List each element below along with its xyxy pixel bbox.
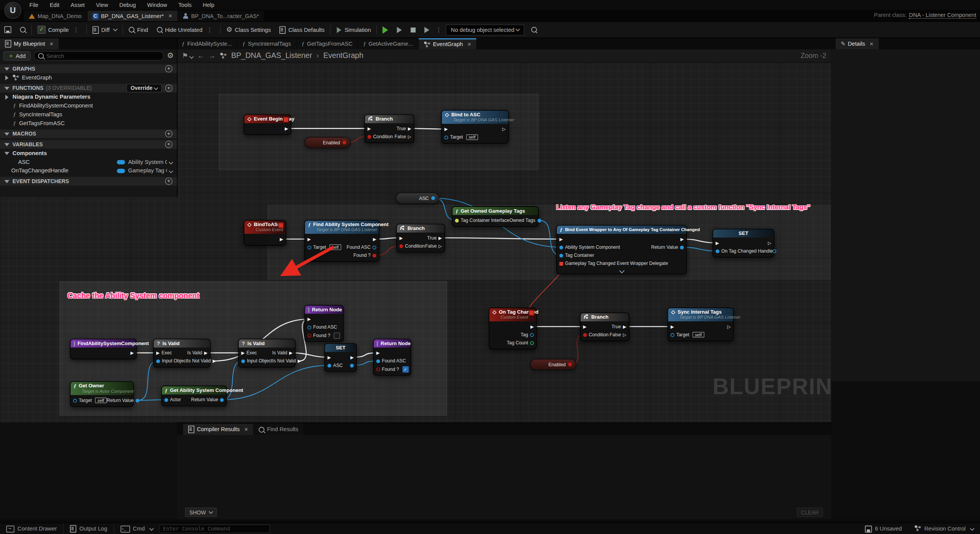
pin-ASC[interactable] xyxy=(327,364,331,367)
override-dropdown[interactable]: Override xyxy=(126,84,162,93)
pin-Found ASC[interactable] xyxy=(307,325,311,329)
pin-in[interactable]: ▶ xyxy=(376,350,380,355)
menu-help[interactable]: Help xyxy=(197,0,220,10)
add-icon[interactable]: ＋ xyxy=(165,65,173,73)
sidebar-item-variable[interactable]: OnTagChangedHandleGameplay Tag Changed xyxy=(0,166,177,175)
pin-Return Value[interactable] xyxy=(680,245,684,249)
pin-out[interactable]: ▶ xyxy=(131,350,134,355)
pin-in[interactable]: ▶ xyxy=(307,237,311,241)
pin-Is Not Valid[interactable]: ▶ xyxy=(297,359,301,363)
pin-Tag Container Interface[interactable] xyxy=(455,218,459,222)
pin-Input Object[interactable] xyxy=(241,359,245,363)
checkbox[interactable] xyxy=(334,332,340,338)
node-findAsc[interactable]: ƒFind Ability System ComponentTarget is … xyxy=(304,220,379,262)
sidebar-group-components[interactable]: Components xyxy=(0,149,177,158)
frame-skip-button[interactable] xyxy=(420,22,434,38)
pin-Tag Count[interactable] xyxy=(530,341,534,345)
close-icon[interactable]: ✕ xyxy=(869,41,874,47)
graph-tab-syncinternaltags[interactable]: ƒSyncInternalTags xyxy=(238,38,296,49)
pin-False[interactable]: ▷ xyxy=(623,332,626,337)
unsaved-button[interactable]: 6 Unsaved xyxy=(859,523,908,534)
pin-Exec[interactable]: ▶ xyxy=(156,350,160,355)
delegate-pin[interactable] xyxy=(278,223,284,228)
pin-Target[interactable] xyxy=(307,245,311,249)
add-button[interactable]: ＋Add xyxy=(3,51,31,61)
node-syncTags[interactable]: ◇Sync Internal TagsTarget is BP DNA GAS … xyxy=(668,308,734,341)
add-icon[interactable]: ＋ xyxy=(165,177,173,185)
pin-On Tag Changed Handle[interactable] xyxy=(716,249,719,253)
graph-tab-getactivegame[interactable]: ƒGetActiveGame... xyxy=(358,38,418,49)
node-enabled1[interactable]: Enabled xyxy=(304,137,350,148)
pin-in[interactable]: ▶ xyxy=(367,126,371,131)
pin-in[interactable]: ▶ xyxy=(327,355,331,359)
more-options-icon[interactable]: ⋮ xyxy=(205,26,214,33)
node-setHandle[interactable]: SET▶▷On Tag Changed Handle xyxy=(712,229,774,258)
pin-Tag[interactable] xyxy=(530,333,534,337)
close-icon[interactable]: ✕ xyxy=(244,427,248,432)
more-options-icon[interactable]: ⋮ xyxy=(71,26,81,33)
menu-view[interactable]: View xyxy=(90,0,114,10)
pin-out[interactable]: ▶ xyxy=(680,237,684,241)
find-button[interactable]: Find xyxy=(125,22,152,38)
pin-vout[interactable] xyxy=(350,364,354,367)
tab-details[interactable]: ✎ Details ✕ xyxy=(836,38,879,49)
pin-Tag Container[interactable] xyxy=(559,253,563,257)
node-bindToAsc[interactable]: ◇Bind to ASCTarget is BP DNA GAS Listene… xyxy=(441,110,509,144)
node-ebp[interactable]: ◇Event Begin Play▶ xyxy=(244,114,291,135)
save-button[interactable] xyxy=(0,22,16,38)
node-branch1[interactable]: Branch▶True▶ConditionFalse▷ xyxy=(364,114,414,143)
compile-button[interactable]: ✓Compile⋮ xyxy=(33,22,85,38)
pin-Actor[interactable] xyxy=(164,398,168,402)
diff-button[interactable]: Diff xyxy=(88,22,122,38)
sidebar-item-function[interactable]: ƒGetTagsFromASC xyxy=(0,119,177,127)
graph-tab-gettagsfromasc[interactable]: ƒGetTagsFromASC xyxy=(297,38,358,49)
play-button[interactable] xyxy=(378,22,393,38)
node-returnNode2[interactable]: Return Node▶Found ASCFound ?✓ xyxy=(373,339,411,375)
self-value-box[interactable]: self xyxy=(95,398,107,403)
delegate-pin[interactable] xyxy=(283,117,289,122)
graph-annotation[interactable]: Cache the Ability System component xyxy=(68,291,199,300)
visibility-icon[interactable] xyxy=(169,160,172,164)
node-isValid2[interactable]: ?Is Valid▶ExecIs Valid▶Input ObjectIs No… xyxy=(238,339,296,367)
visibility-icon[interactable] xyxy=(169,169,172,172)
pin-Target[interactable] xyxy=(73,398,77,402)
close-icon[interactable]: ✕ xyxy=(467,41,471,47)
node-getAscComp[interactable]: ƒGet Ability System ComponentActorReturn… xyxy=(161,386,227,407)
back-icon[interactable]: ← xyxy=(197,52,204,60)
asset-tab[interactable]: BP_DNA_To...racter_GAS* xyxy=(178,11,264,21)
asset-tab[interactable]: CBP_DNA_GAS_Listener*✕ xyxy=(87,11,177,21)
breadcrumb-current[interactable]: EventGraph xyxy=(323,51,363,60)
class-defaults-button[interactable]: Class Defaults xyxy=(275,22,329,38)
node-bindWrapper[interactable]: ƒBind Event Wrapper to Any Of Gameplay T… xyxy=(556,225,687,274)
pin-in[interactable]: ▶ xyxy=(716,241,719,245)
menu-edit[interactable]: Edit xyxy=(44,0,65,10)
sidebar-item-function[interactable]: ƒSyncInternalTags xyxy=(0,110,177,119)
pin-out[interactable]: ▶ xyxy=(530,324,534,329)
pin-in[interactable]: ▶ xyxy=(671,324,674,329)
tab-compiler-results[interactable]: Compiler Results✕ xyxy=(183,424,253,435)
search-input[interactable]: Search xyxy=(34,51,164,61)
node-branch2[interactable]: Branch▶True▶ConditionFalse▷ xyxy=(396,224,445,253)
node-fascEntry[interactable]: FindAbilitySystemComponent▶ xyxy=(70,339,137,359)
debug-object-dropdown[interactable]: No debug object selected xyxy=(446,24,524,35)
pin-True[interactable]: ▶ xyxy=(623,324,626,329)
node-isValid1[interactable]: ?Is Valid▶ExecIs Valid▶Input ObjectIs No… xyxy=(153,339,211,367)
clear-button[interactable]: CLEAR xyxy=(797,508,823,517)
pin-Gameplay Tag Changed Event Wrapper Delegate[interactable] xyxy=(559,261,563,265)
forward-icon[interactable]: → xyxy=(209,52,216,60)
sidebar-item-niagara[interactable]: Niagara Dynamic Parameters xyxy=(0,93,177,101)
output-log-button[interactable]: Output Log xyxy=(64,523,114,534)
menu-debug[interactable]: Debug xyxy=(114,0,142,10)
self-value-box[interactable]: self xyxy=(466,134,478,140)
pin-out[interactable]: ▷ xyxy=(727,324,731,329)
pin-Condition[interactable] xyxy=(367,135,371,139)
pin-Target[interactable] xyxy=(671,333,674,337)
pin-Condition[interactable] xyxy=(399,244,403,248)
pin-out[interactable]: ▷ xyxy=(502,127,506,131)
add-icon[interactable]: ＋ xyxy=(165,130,173,138)
step-over-button[interactable] xyxy=(393,22,407,38)
sidebar-item-function[interactable]: ƒFindAbilitySystemComponent xyxy=(0,101,177,110)
node-getOwned[interactable]: ƒGet Owned Gameplay TagsTag Container In… xyxy=(452,206,539,227)
pin-Is Not Valid[interactable]: ▶ xyxy=(213,359,216,363)
pin-Is Valid[interactable]: ▶ xyxy=(289,350,293,355)
